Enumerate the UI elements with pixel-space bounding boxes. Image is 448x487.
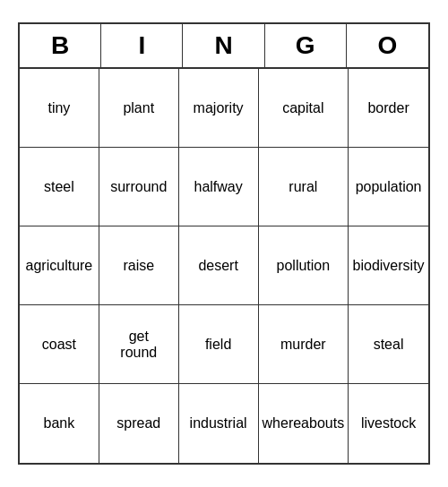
bingo-cell[interactable]: steel (20, 148, 99, 226)
bingo-card: BINGO tinyplantmajoritycapitalborderstee… (18, 22, 430, 465)
cell-text: industrial (190, 415, 247, 431)
cell-text: halfway (194, 179, 242, 195)
bingo-cell[interactable]: population (349, 148, 428, 226)
bingo-cell[interactable]: plant (99, 69, 179, 148)
cell-text: field (205, 337, 231, 353)
bingo-cell[interactable]: getround (99, 305, 179, 384)
bingo-header: BINGO (20, 24, 428, 69)
cell-text: raise (123, 258, 154, 274)
bingo-cell[interactable]: murder (259, 305, 349, 384)
cell-text: livestock (361, 415, 416, 431)
cell-text: plant (123, 100, 154, 116)
bingo-cell[interactable]: biodiversity (349, 226, 428, 305)
header-letter: G (265, 24, 347, 67)
cell-text: population (356, 179, 422, 195)
bingo-cell[interactable]: spread (99, 384, 179, 463)
bingo-cell[interactable]: surround (99, 148, 179, 226)
bingo-grid: tinyplantmajoritycapitalbordersteelsurro… (20, 69, 428, 463)
cell-text: coast (42, 337, 76, 353)
bingo-cell[interactable]: industrial (179, 384, 259, 463)
bingo-cell[interactable]: capital (259, 69, 349, 148)
bingo-cell[interactable]: tiny (20, 69, 99, 148)
cell-text: bank (44, 415, 75, 431)
cell-text: majority (194, 100, 244, 116)
bingo-cell[interactable]: majority (179, 69, 259, 148)
bingo-cell[interactable]: livestock (349, 384, 428, 463)
bingo-cell[interactable]: field (179, 305, 259, 384)
cell-text: whereabouts (263, 415, 345, 431)
cell-text: steel (44, 179, 74, 195)
bingo-cell[interactable]: pollution (259, 226, 349, 305)
cell-text: pollution (277, 258, 331, 274)
header-letter: O (347, 24, 428, 67)
cell-text: steal (374, 337, 404, 353)
cell-text: agriculture (26, 258, 93, 274)
bingo-cell[interactable]: halfway (179, 148, 259, 226)
bingo-cell[interactable]: bank (20, 384, 99, 463)
header-letter: N (183, 24, 264, 67)
cell-text: getround (120, 329, 157, 360)
cell-text: desert (198, 258, 237, 274)
cell-text: biodiversity (353, 258, 425, 274)
cell-text: rural (289, 179, 317, 195)
header-letter: I (101, 24, 183, 67)
bingo-cell[interactable]: raise (99, 226, 179, 305)
cell-text: spread (116, 415, 160, 431)
cell-text: surround (110, 179, 167, 195)
bingo-cell[interactable]: desert (179, 226, 259, 305)
cell-text: capital (282, 100, 323, 116)
bingo-cell[interactable]: border (349, 69, 428, 148)
bingo-cell[interactable]: steal (349, 305, 428, 384)
bingo-cell[interactable]: rural (259, 148, 349, 226)
cell-text: murder (280, 337, 326, 353)
header-letter: B (20, 24, 101, 67)
bingo-cell[interactable]: agriculture (20, 226, 99, 305)
bingo-cell[interactable]: whereabouts (259, 384, 349, 463)
bingo-cell[interactable]: coast (20, 305, 99, 384)
cell-text: border (367, 100, 409, 116)
cell-text: tiny (47, 100, 70, 116)
